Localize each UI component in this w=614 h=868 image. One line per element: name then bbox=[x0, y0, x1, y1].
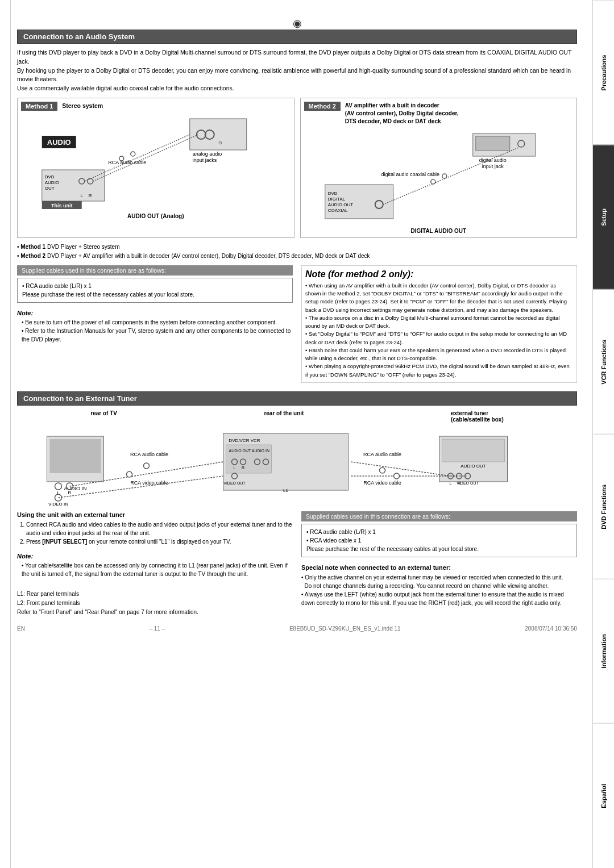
audio-intro-text: If using this DVD player to play back a … bbox=[17, 48, 577, 93]
svg-text:input jacks: input jacks bbox=[193, 157, 217, 163]
tuner-diagram: AUDIO IN L R VIDEO IN DVD/VCR VCR AUDIO … bbox=[17, 425, 577, 510]
svg-text:L: L bbox=[450, 481, 452, 485]
svg-text:R: R bbox=[68, 490, 72, 495]
svg-rect-61 bbox=[442, 439, 505, 462]
svg-text:R: R bbox=[242, 466, 244, 470]
svg-text:L1: L1 bbox=[283, 488, 288, 493]
using-title: Using the unit with an external tuner bbox=[17, 511, 293, 518]
svg-rect-24 bbox=[475, 136, 509, 151]
tuner-supplied-content: • RCA audio cable (L/R) x 1 • RCA video … bbox=[301, 524, 577, 557]
audio-supplied-content: • RCA audio cable (L/R) x 1Please purcha… bbox=[17, 278, 293, 303]
svg-line-77 bbox=[351, 462, 451, 476]
svg-text:This unit: This unit bbox=[51, 203, 73, 208]
svg-text:L: L bbox=[234, 466, 236, 470]
svg-text:RCA audio cable: RCA audio cable bbox=[363, 452, 401, 457]
svg-text:RCA audio cable: RCA audio cable bbox=[130, 452, 168, 457]
svg-text:DIGITAL: DIGITAL bbox=[327, 197, 345, 202]
svg-point-79 bbox=[380, 468, 385, 473]
audio-note-text: • Be sure to turn off the power of all c… bbox=[22, 318, 293, 344]
method2-title: AV amplifier with a built in decoder(AV … bbox=[345, 102, 459, 126]
svg-text:COAXIAL: COAXIAL bbox=[327, 208, 347, 213]
using-step-1: Connect RCA audio and video cables to th… bbox=[26, 520, 293, 537]
footer-file-info: E8EB5UD_SD-V296KU_EN_ES_v1.indd 11 bbox=[289, 625, 401, 632]
method1-title: Stereo system bbox=[62, 102, 103, 110]
audio-bottom-two-col: Supplied cables used in this connection … bbox=[17, 265, 577, 383]
svg-text:VIDEO IN: VIDEO IN bbox=[48, 502, 68, 507]
svg-point-21 bbox=[119, 156, 124, 161]
sidebar-item-information: Information bbox=[593, 579, 614, 724]
svg-text:L: L bbox=[81, 193, 84, 198]
method1-caption: AUDIO OUT (Analog) bbox=[21, 213, 291, 219]
svg-point-36 bbox=[430, 180, 435, 184]
rear-tv-label: rear of TV bbox=[90, 410, 117, 423]
using-steps-list: Connect RCA audio and video cables to th… bbox=[17, 520, 293, 546]
tuner-note-section: Note: • Your cable/satellite box can be … bbox=[17, 553, 293, 578]
svg-text:DVD: DVD bbox=[45, 174, 55, 180]
svg-text:⊙: ⊙ bbox=[218, 140, 222, 145]
audio-note-title: Note: bbox=[17, 310, 293, 316]
svg-line-20 bbox=[93, 135, 198, 181]
svg-rect-39 bbox=[50, 439, 101, 473]
tuner-note-title: Note: bbox=[17, 553, 293, 560]
ext-tuner-label: external tuner(cable/satellite box) bbox=[451, 410, 504, 423]
audio-col-right: Note (for method 2 only): • When using a… bbox=[301, 265, 577, 383]
svg-text:input jack: input jack bbox=[482, 164, 504, 169]
svg-point-37 bbox=[442, 174, 446, 178]
page-footer: EN – 11 – E8EB5UD_SD-V296KU_EN_ES_v1.ind… bbox=[17, 617, 577, 632]
method2-diagram: digital audio input jack DVD DIGITAL AUD… bbox=[304, 128, 574, 224]
tuner-col-right: Supplied cables used in this connection … bbox=[301, 511, 577, 617]
footer-en-label: EN bbox=[17, 625, 25, 632]
method2-label: Method 2 bbox=[304, 102, 341, 111]
tuner-section: Connection to an External Tuner rear of … bbox=[17, 391, 577, 617]
sidebar-item-setup: Setup bbox=[593, 145, 614, 290]
audio-col-left: Supplied cables used in this connection … bbox=[17, 265, 293, 383]
svg-text:AUDIO: AUDIO bbox=[47, 138, 71, 147]
tuner-col-left: Using the unit with an external tuner Co… bbox=[17, 511, 293, 617]
top-center-mark: ◉ bbox=[17, 17, 577, 30]
sidebar-item-dvd-functions: DVD Functions bbox=[593, 434, 614, 579]
method1-box: Method 1 Stereo system AUDIO ⊙ analog au… bbox=[17, 98, 294, 238]
tuner-diagram-labels: rear of TV rear of the unit external tun… bbox=[17, 410, 577, 423]
audio-supplied-box-header: Supplied cables used in this connection … bbox=[17, 265, 293, 276]
svg-point-75 bbox=[127, 471, 132, 477]
svg-point-80 bbox=[394, 473, 400, 479]
svg-text:analog audio: analog audio bbox=[193, 151, 222, 157]
main-content: ◉ Connection to an Audio System If using… bbox=[17, 17, 603, 851]
left-margin-line bbox=[10, 0, 11, 868]
sidebar-item-espanol: Español bbox=[593, 723, 614, 868]
svg-text:RCA video cable: RCA video cable bbox=[363, 480, 401, 486]
footer-page-num: – 11 – bbox=[150, 625, 165, 632]
right-sidebar: Precautions Setup VCR Functions DVD Func… bbox=[592, 0, 614, 868]
svg-text:R: R bbox=[89, 193, 92, 198]
svg-point-41 bbox=[55, 483, 62, 490]
note-method2-box: Note (for method 2 only): • When using a… bbox=[301, 265, 577, 383]
methods-diagram-row: Method 1 Stereo system AUDIO ⊙ analog au… bbox=[17, 98, 577, 238]
method2-box: Method 2 AV amplifier with a built in de… bbox=[300, 98, 578, 238]
tuner-supplied-box-header: Supplied cables used in this connection … bbox=[301, 511, 577, 521]
svg-text:VIDEO OUT: VIDEO OUT bbox=[223, 481, 246, 485]
method1-label: Method 1 bbox=[21, 102, 57, 111]
audio-section-header: Connection to an Audio System bbox=[17, 30, 577, 44]
method-notes: • Method 1 DVD Player + Stereo system • … bbox=[17, 243, 577, 261]
tuner-section-header: Connection to an External Tuner bbox=[17, 391, 577, 406]
sidebar-item-precautions: Precautions bbox=[593, 0, 614, 145]
svg-text:AUDIO: AUDIO bbox=[45, 180, 59, 185]
svg-rect-28 bbox=[325, 185, 393, 219]
rear-unit-label: rear of the unit bbox=[264, 410, 304, 423]
svg-text:AUDIO OUT  AUDIO IN: AUDIO OUT AUDIO IN bbox=[229, 449, 269, 453]
svg-point-76 bbox=[144, 463, 150, 469]
svg-text:AUDIO OUT: AUDIO OUT bbox=[327, 202, 353, 207]
svg-text:VIDEO OUT: VIDEO OUT bbox=[457, 481, 479, 485]
sidebar-item-vcr-functions: VCR Functions bbox=[593, 289, 614, 434]
page: Precautions Setup VCR Functions DVD Func… bbox=[0, 0, 614, 868]
svg-text:DVD: DVD bbox=[327, 191, 337, 196]
footer-date-info: 2008/07/14 10:36:50 bbox=[525, 625, 577, 632]
tuner-bottom-two-col: Using the unit with an external tuner Co… bbox=[17, 511, 577, 617]
note-method2-text: • When using an AV amplifier with a buil… bbox=[305, 282, 573, 379]
using-step-2: Press [INPUT SELECT] on your remote cont… bbox=[26, 537, 293, 546]
special-note-text: • Only the active channel on your extern… bbox=[301, 573, 577, 607]
svg-text:AUDIO OUT: AUDIO OUT bbox=[460, 464, 486, 469]
svg-text:digital audio coaxial cable: digital audio coaxial cable bbox=[381, 172, 439, 177]
special-note-title: Special note when connected to an extern… bbox=[301, 564, 577, 571]
tuner-note-text: • Your cable/satellite box can be access… bbox=[22, 561, 293, 578]
